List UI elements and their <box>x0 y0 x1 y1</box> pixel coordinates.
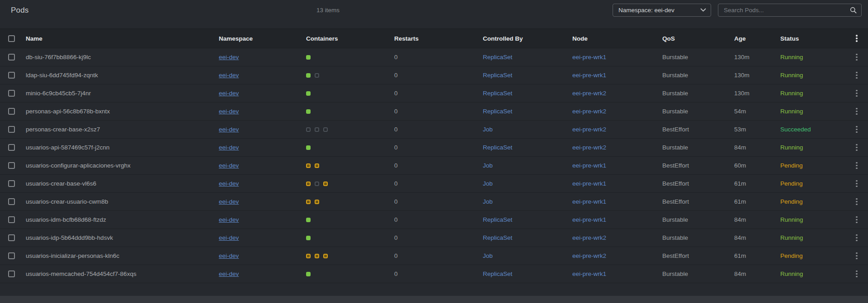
controlled-by-link[interactable]: ReplicaSet <box>483 54 512 61</box>
namespace-link[interactable]: eei-dev <box>219 126 239 133</box>
controlled-by-link[interactable]: Job <box>483 198 493 205</box>
age-value: 84m <box>734 270 780 277</box>
row-checkbox[interactable] <box>8 162 15 169</box>
row-menu-button[interactable] <box>854 142 859 153</box>
controlled-by-link[interactable]: ReplicaSet <box>483 144 512 151</box>
select-all-checkbox[interactable] <box>8 35 15 42</box>
namespace-link[interactable]: eei-dev <box>219 144 239 151</box>
namespace-link[interactable]: eei-dev <box>219 90 239 97</box>
row-checkbox[interactable] <box>8 216 15 223</box>
node-link[interactable]: eei-pre-wrk2 <box>572 234 606 241</box>
row-checkbox[interactable] <box>8 234 15 241</box>
row-menu-button[interactable] <box>854 269 859 280</box>
node-link[interactable]: eei-pre-wrk1 <box>572 54 606 61</box>
node-link[interactable]: eei-pre-wrk2 <box>572 126 606 133</box>
node-link[interactable]: eei-pre-wrk1 <box>572 216 606 223</box>
namespace-link[interactable]: eei-dev <box>219 234 239 241</box>
row-checkbox[interactable] <box>8 252 15 259</box>
namespace-link[interactable]: eei-dev <box>219 108 239 115</box>
row-checkbox[interactable] <box>8 144 15 151</box>
controlled-by-link[interactable]: ReplicaSet <box>483 234 512 241</box>
search-box[interactable] <box>718 4 862 17</box>
column-header-containers[interactable]: Containers <box>306 35 394 42</box>
age-value: 61m <box>734 198 780 205</box>
row-menu-button[interactable] <box>854 88 859 99</box>
row-checkbox[interactable] <box>8 90 15 97</box>
row-menu-button[interactable] <box>854 178 859 189</box>
row-menu-button[interactable] <box>854 124 859 135</box>
row-menu-button[interactable] <box>854 70 859 81</box>
table-row[interactable]: db-siu-76f7bb8866-kj9lc eei-dev 0 Replic… <box>0 48 868 66</box>
table-row[interactable]: usuarios-memcached-754d454cf7-86xqs eei-… <box>0 265 868 283</box>
row-menu-button[interactable] <box>854 251 859 261</box>
column-header-status[interactable]: Status <box>780 35 845 42</box>
controlled-by-link[interactable]: Job <box>483 162 493 169</box>
namespace-link[interactable]: eei-dev <box>219 180 239 187</box>
namespace-link[interactable]: eei-dev <box>219 216 239 223</box>
table-row[interactable]: ldap-siu-6dd745fd94-zqntk eei-dev 0 Repl… <box>0 66 868 84</box>
status-value: Pending <box>780 180 845 187</box>
node-link[interactable]: eei-pre-wrk2 <box>572 252 606 259</box>
column-header-controlled-by[interactable]: Controlled By <box>483 35 572 42</box>
table-row[interactable]: usuarios-crear-base-vl6s6 eei-dev 0 Job … <box>0 175 868 193</box>
table-row[interactable]: usuarios-idp-5b64ddd9bb-hdsvk eei-dev 0 … <box>0 229 868 247</box>
column-header-qos[interactable]: QoS <box>662 35 734 42</box>
table-row[interactable]: usuarios-crear-usuario-cwm8b eei-dev 0 J… <box>0 193 868 211</box>
table-row[interactable]: usuarios-api-587469c57f-j2cnn eei-dev 0 … <box>0 139 868 157</box>
pod-name: usuarios-inicializar-personas-kln6c <box>26 252 219 259</box>
column-header-node[interactable]: Node <box>572 35 662 42</box>
namespace-link[interactable]: eei-dev <box>219 252 239 259</box>
controlled-by-link[interactable]: ReplicaSet <box>483 270 512 277</box>
controlled-by-link[interactable]: Job <box>483 180 493 187</box>
row-checkbox[interactable] <box>8 108 15 115</box>
node-link[interactable]: eei-pre-wrk1 <box>572 162 606 169</box>
row-checkbox[interactable] <box>8 126 15 133</box>
table-row[interactable]: minio-6c9cb45cb5-7j4nr eei-dev 0 Replica… <box>0 84 868 103</box>
controlled-by-link[interactable]: ReplicaSet <box>483 90 512 97</box>
node-link[interactable]: eei-pre-wrk1 <box>572 270 606 277</box>
table-row[interactable]: personas-crear-base-x2sz7 eei-dev 0 Job … <box>0 121 868 139</box>
row-checkbox[interactable] <box>8 198 15 205</box>
container-dot-orange <box>306 182 311 186</box>
table-row[interactable]: usuarios-idm-bcfb68d68-ftzdz eei-dev 0 R… <box>0 211 868 229</box>
node-link[interactable]: eei-pre-wrk2 <box>572 108 606 115</box>
row-checkbox[interactable] <box>8 54 15 61</box>
node-link[interactable]: eei-pre-wrk1 <box>572 72 606 79</box>
row-menu-button[interactable] <box>854 196 859 207</box>
node-link[interactable]: eei-pre-wrk1 <box>572 180 606 187</box>
row-checkbox[interactable] <box>8 72 15 79</box>
column-header-age[interactable]: Age <box>734 35 780 42</box>
row-checkbox[interactable] <box>8 180 15 187</box>
controlled-by-link[interactable]: ReplicaSet <box>483 216 512 223</box>
namespace-link[interactable]: eei-dev <box>219 54 239 61</box>
row-menu-button[interactable] <box>854 214 859 225</box>
table-row[interactable]: personas-api-56c8b678b-bxntx eei-dev 0 R… <box>0 103 868 121</box>
namespace-link[interactable]: eei-dev <box>219 162 239 169</box>
search-input[interactable] <box>724 7 847 14</box>
qos-value: BestEffort <box>662 252 734 259</box>
column-header-restarts[interactable]: Restarts <box>394 35 483 42</box>
controlled-by-link[interactable]: ReplicaSet <box>483 72 512 79</box>
node-link[interactable]: eei-pre-wrk1 <box>572 198 606 205</box>
node-link[interactable]: eei-pre-wrk2 <box>572 90 606 97</box>
row-menu-button[interactable] <box>854 52 859 63</box>
namespace-link[interactable]: eei-dev <box>219 72 239 79</box>
node-link[interactable]: eei-pre-wrk2 <box>572 144 606 151</box>
row-checkbox[interactable] <box>8 270 15 277</box>
controlled-by-link[interactable]: Job <box>483 252 493 259</box>
controlled-by-link[interactable]: ReplicaSet <box>483 108 512 115</box>
namespace-link[interactable]: eei-dev <box>219 270 239 277</box>
namespace-filter-select[interactable]: Namespace: eei-dev <box>613 4 711 17</box>
column-settings-button[interactable] <box>854 33 859 44</box>
column-header-name[interactable]: Name <box>26 35 219 42</box>
namespace-link[interactable]: eei-dev <box>219 198 239 205</box>
row-menu-button[interactable] <box>854 106 859 117</box>
table-row[interactable]: usuarios-configurar-aplicaciones-vrghx e… <box>0 157 868 175</box>
row-menu-button[interactable] <box>854 233 859 243</box>
search-icon <box>850 7 857 14</box>
container-dot-orange <box>306 163 311 168</box>
controlled-by-link[interactable]: Job <box>483 126 493 133</box>
row-menu-button[interactable] <box>854 160 859 171</box>
table-row[interactable]: usuarios-inicializar-personas-kln6c eei-… <box>0 247 868 265</box>
column-header-namespace[interactable]: Namespace <box>219 35 306 42</box>
